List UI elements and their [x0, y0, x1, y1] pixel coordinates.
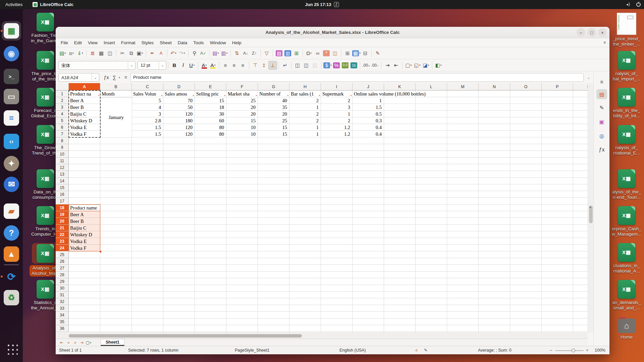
- bold-icon[interactable]: B: [170, 61, 179, 70]
- menu-insert[interactable]: Insert: [101, 40, 118, 45]
- function-wizard-icon[interactable]: ƒx: [103, 73, 110, 82]
- font-name-combo[interactable]: 宋体 ⌄: [58, 61, 136, 70]
- status-page-style[interactable]: PageStyle_Sheet1: [235, 346, 270, 355]
- cell-H4[interactable]: 2: [289, 111, 320, 117]
- dock-libreoffice-impress-icon[interactable]: ▰: [4, 203, 19, 219]
- new-document-icon[interactable]: ▤▾: [58, 49, 67, 58]
- dock-software-updater-icon[interactable]: ⟳: [4, 269, 19, 284]
- underline-icon[interactable]: U▾: [187, 61, 196, 70]
- close-button[interactable]: ×: [598, 28, 607, 37]
- close-document-icon[interactable]: ×: [603, 38, 606, 47]
- unmerge-cells-icon[interactable]: ◫: [311, 61, 319, 70]
- align-top-icon[interactable]: ⊤: [251, 61, 260, 70]
- cell-D2[interactable]: 70: [163, 97, 194, 104]
- export-pdf-icon[interactable]: ≣: [88, 49, 97, 58]
- cell-H2[interactable]: 2: [289, 97, 320, 104]
- row-header-20[interactable]: 20: [56, 218, 69, 225]
- cell-C4[interactable]: 3: [132, 111, 163, 117]
- cut-icon[interactable]: ✂: [118, 49, 127, 58]
- row-icon[interactable]: ▤▾: [211, 49, 220, 58]
- name-box[interactable]: A18:A24 ⌄: [58, 73, 99, 82]
- dock-trash-icon[interactable]: ♻: [4, 290, 19, 305]
- increase-indent-icon[interactable]: ⇥: [383, 61, 392, 70]
- column-header-B[interactable]: B: [100, 83, 132, 90]
- activities-button[interactable]: Activities: [0, 0, 28, 9]
- dock-chromium-browser-icon[interactable]: ◉: [4, 46, 19, 61]
- formula-input[interactable]: Product name: [130, 73, 584, 82]
- dock-help-icon[interactable]: ?: [4, 225, 19, 241]
- row-header-27[interactable]: 27: [56, 265, 69, 272]
- column-header-F[interactable]: F: [226, 83, 258, 90]
- insert-hyperlink-icon[interactable]: ∞: [313, 49, 322, 58]
- row-header-6[interactable]: 6: [56, 124, 69, 131]
- chevron-down-icon[interactable]: ⌄: [159, 61, 166, 69]
- cell-D5[interactable]: 180: [163, 117, 194, 124]
- format-as-currency-icon[interactable]: $▾: [323, 61, 332, 70]
- horizontal-scrollbar-thumb[interactable]: [69, 334, 302, 338]
- column-header-H[interactable]: H: [289, 83, 321, 90]
- row-header-26[interactable]: 26: [56, 258, 69, 265]
- cell-E3[interactable]: 18: [195, 104, 226, 111]
- row-header-18[interactable]: 18: [56, 204, 69, 211]
- column-header-G[interactable]: G: [258, 83, 289, 90]
- merge-cells-icon[interactable]: ◫: [302, 61, 311, 70]
- find-replace-icon[interactable]: ⚲: [190, 49, 199, 58]
- row-header-24[interactable]: 24: [56, 245, 69, 251]
- cell-F7[interactable]: 10: [226, 131, 257, 137]
- row-header-17[interactable]: 17: [56, 198, 69, 204]
- sort-ascending-icon[interactable]: A↓: [241, 49, 250, 58]
- zoom-out-icon[interactable]: –: [550, 346, 552, 355]
- column-header-I[interactable]: I: [321, 83, 353, 90]
- show-draw-functions-icon[interactable]: ✎: [373, 49, 382, 58]
- cell-J6[interactable]: 0.4: [353, 124, 383, 131]
- add-decimal-place-icon[interactable]: .00₊: [362, 61, 371, 70]
- zoom-slider[interactable]: [555, 350, 584, 351]
- row-header-9[interactable]: 9: [56, 144, 69, 151]
- special-character-icon[interactable]: Ω▾: [305, 49, 313, 58]
- properties-deck-icon[interactable]: ▤: [596, 89, 607, 99]
- row-header-14[interactable]: 14: [56, 178, 69, 184]
- cell-G5[interactable]: 25: [258, 117, 289, 124]
- cell-H1[interactable]: Bar sales (1‣: [289, 90, 320, 97]
- column-header-O[interactable]: O: [510, 83, 542, 90]
- row-header-31[interactable]: 31: [56, 292, 69, 298]
- cell-C5[interactable]: 2.8: [132, 117, 163, 124]
- dock-vlc-icon[interactable]: ▲: [4, 246, 19, 262]
- column-header-K[interactable]: K: [384, 83, 416, 90]
- cell-D1[interactable]: Sales amou‣: [163, 90, 194, 97]
- font-size-combo[interactable]: 12 pt ⌄: [138, 61, 166, 70]
- freeze-rows-columns-icon[interactable]: ▦▾: [352, 49, 361, 58]
- column-header-D[interactable]: D: [163, 83, 195, 90]
- horizontal-scrollbar[interactable]: [56, 333, 588, 339]
- dock-terminal-icon[interactable]: >_: [4, 69, 19, 84]
- title-bar[interactable]: Analysis_of_the_Alcohol_Market_Sales.xls…: [56, 27, 609, 38]
- cell-E4[interactable]: 30: [195, 111, 226, 117]
- align-right-icon[interactable]: ≡: [238, 61, 247, 70]
- cell-G7[interactable]: 15: [258, 131, 289, 137]
- cell-J2[interactable]: 1: [353, 97, 383, 104]
- cell-E7[interactable]: 80: [195, 131, 226, 137]
- cell-E1[interactable]: Selling pric‣: [195, 90, 226, 97]
- cell-G1[interactable]: Number of‣: [258, 90, 289, 97]
- cell-G6[interactable]: 15: [258, 124, 289, 131]
- cell-A18[interactable]: Product name: [69, 204, 97, 211]
- redo-icon[interactable]: ↷▾: [178, 49, 186, 58]
- column-header-P[interactable]: P: [542, 83, 573, 90]
- row-header-29[interactable]: 29: [56, 278, 69, 285]
- cell-G4[interactable]: 20: [258, 111, 289, 117]
- sheet-tab-sheet1[interactable]: Sheet1: [101, 339, 124, 346]
- row-header-11[interactable]: 11: [56, 158, 69, 164]
- cell-A21[interactable]: Baijiu C: [69, 225, 100, 231]
- highlighting-color-icon[interactable]: A▾: [209, 61, 217, 70]
- split-window-icon[interactable]: ⊟: [361, 49, 370, 58]
- conditional-formatting-icon[interactable]: ◧▾: [434, 61, 443, 70]
- align-left-icon[interactable]: ≡: [221, 61, 230, 70]
- minimize-button[interactable]: –: [577, 28, 585, 37]
- focused-app-indicator[interactable]: ▦ LibreOffice Calc: [28, 2, 78, 7]
- select-all-corner[interactable]: [56, 83, 69, 90]
- undo-icon[interactable]: ↶▾: [169, 49, 178, 58]
- border-style-icon[interactable]: ◱▾: [413, 61, 422, 70]
- cell-C7[interactable]: 1.5: [132, 131, 163, 137]
- delete-decimal-place-icon[interactable]: .00₋: [371, 61, 379, 70]
- cell-G2[interactable]: 40: [258, 97, 289, 104]
